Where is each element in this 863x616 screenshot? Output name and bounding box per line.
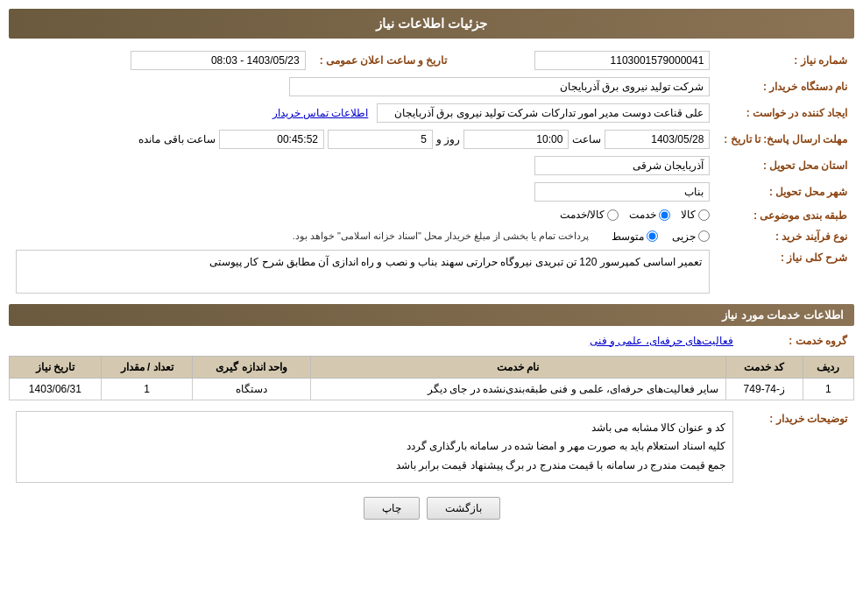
buyer-notes-line3: جمع قیمت مندرج در سامانه با قیمت مندرج د…: [24, 457, 725, 476]
sharh-label: شرح کلی نیاز :: [717, 246, 854, 297]
table-row: 1 ز-74-749 سایر فعالیت‌های حرفه‌ای، علمی…: [10, 378, 854, 400]
ostan-value: آذربایجان شرقی: [534, 156, 710, 175]
noeFarayand-note: پرداخت تمام یا بخشی از مبلغ خریدار محل "…: [293, 230, 590, 242]
tabaqe-khadamat-radio[interactable]: [659, 209, 670, 221]
tabaqe-label: طبقه بندی موضوعی :: [717, 205, 854, 227]
chap-button[interactable]: چاپ: [364, 497, 420, 520]
cell-kod: ز-74-749: [726, 378, 803, 400]
col-tedad: تعداد / مقدار: [101, 356, 193, 378]
tabaqe-kala-khadamat-radio[interactable]: [607, 209, 619, 221]
tarikh-label: تاریخ و ساعت اعلان عمومی :: [313, 47, 455, 74]
mohlat-saat-label: ساعت: [572, 133, 601, 145]
mohlat-roz: 5: [328, 130, 433, 149]
ijadKonande-value: علی قناعت دوست مدیر امور تداركات شركت تو…: [377, 103, 710, 123]
noeFarayand-row: جزیی متوسط پرداخت تمام یا بخشی از مبلغ خ…: [16, 230, 710, 243]
col-vahed: واحد اندازه گیری: [193, 356, 310, 378]
cell-tedad: 1: [101, 378, 193, 400]
namDasgah-label: نام دستگاه خریدار :: [717, 74, 854, 100]
col-name: نام خدمت: [310, 356, 725, 378]
shahr-label: شهر محل تحویل :: [717, 179, 854, 205]
khadamat-section-header: اطلاعات خدمات مورد نیاز: [9, 304, 854, 326]
mohlat-saat: 10:00: [463, 130, 569, 149]
tabaqe-radio-group: کالا خدمت کالا/خدمت: [560, 209, 710, 221]
cell-radif: 1: [803, 378, 853, 400]
buyer-notes-label: توضیحات خریدار :: [740, 407, 854, 487]
cell-name: سایر فعالیت‌های حرفه‌ای، علمی و فنی طبقه…: [310, 378, 725, 400]
mohlat-label: مهلت ارسال پاسخ: تا تاریخ :: [717, 126, 854, 152]
cell-tarikh: 1403/06/31: [10, 378, 102, 400]
col-radif: ردیف: [803, 356, 853, 378]
grohe-label: گروه خدمت :: [740, 331, 854, 350]
tabaqe-kala-radio[interactable]: [698, 209, 710, 221]
namDasgah-value: شرکت تولید نیروی برق آذربایجان: [289, 77, 710, 96]
farayand-jozii-label: جزیی: [672, 230, 696, 243]
mohlat-date: 1403/05/28: [605, 130, 710, 149]
col-kod: کد خدمت: [726, 356, 803, 378]
buyer-notes-content: کد و عنوان کالا مشابه می باشد کلیه اسناد…: [16, 411, 733, 484]
tabaqe-khadamat-label: خدمت: [629, 209, 656, 221]
tabaqe-kala-khadamat-label: کالا/خدمت: [560, 209, 605, 221]
grohe-value[interactable]: فعالیت‌های حرفه‌ای، علمی و فنی: [590, 335, 733, 347]
buyer-notes-line2: کلیه اسناد استعلام باید به صورت مهر و ام…: [24, 437, 725, 457]
mohlat-roz-label: روز و: [436, 133, 460, 145]
farayand-motevaset-label: متوسط: [612, 230, 644, 243]
farayand-jozii-radio[interactable]: [698, 230, 710, 242]
shomareNiaz-value: 1103001579000041: [534, 51, 710, 70]
ostan-label: استان محل تحویل :: [717, 152, 854, 179]
shomareNiaz-label: شماره نیاز :: [717, 47, 854, 74]
ijadKonande-label: ایجاد کننده در خواست :: [717, 100, 854, 126]
cell-vahed: دستگاه: [193, 378, 310, 400]
bazgasht-button[interactable]: بازگشت: [427, 497, 500, 520]
shahr-value: بناب: [534, 182, 710, 202]
col-tarikh: تاریخ نیاز: [10, 356, 102, 378]
mohlat-mande: 00:45:52: [219, 130, 324, 149]
ijadKonande-link[interactable]: اطلاعات تماس خریدار: [272, 107, 369, 119]
bottom-buttons: بازگشت چاپ: [9, 497, 854, 520]
services-table: ردیف کد خدمت نام خدمت واحد اندازه گیری ت…: [9, 356, 854, 400]
buyer-notes-line1: کد و عنوان کالا مشابه می باشد: [24, 419, 725, 438]
sharh-value: تعمیر اساسی کمپرسور 120 تن تبریدی نیروگا…: [16, 250, 710, 294]
page-title: جزئیات اطلاعات نیاز: [9, 9, 854, 39]
farayand-motevaset-radio[interactable]: [647, 230, 658, 242]
tarikh-value: 1403/05/23 - 08:03: [131, 51, 306, 70]
noeFarayand-label: نوع فرآیند خرید :: [717, 227, 854, 246]
mohlat-mande-label: ساعت باقی مانده: [138, 133, 216, 145]
tabaqe-kala-label: کالا: [681, 209, 696, 221]
